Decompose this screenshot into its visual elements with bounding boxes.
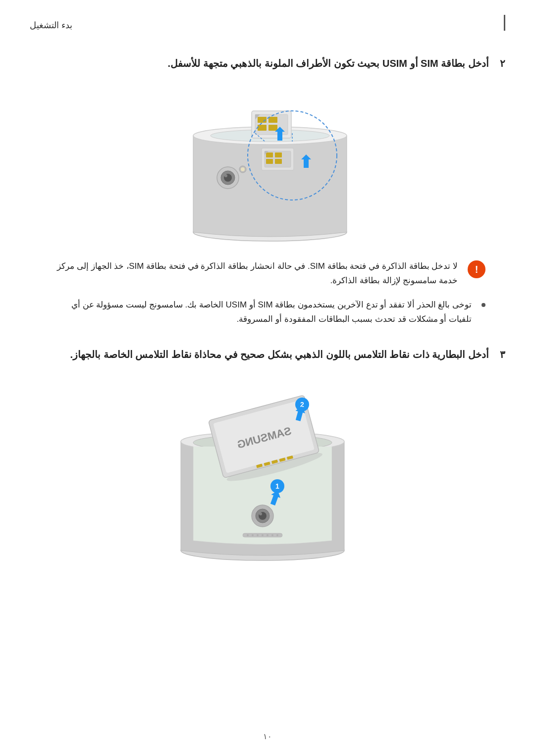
svg-rect-24 bbox=[275, 152, 282, 157]
battery-illustration-container: SAMSUNG 1 2 bbox=[30, 377, 505, 565]
notes-section: ! لا تدخل بطاقة الذاكرة في فتحة بطاقة SI… bbox=[30, 259, 505, 327]
svg-point-49 bbox=[276, 534, 278, 536]
bullet-dot bbox=[482, 303, 485, 307]
svg-point-41 bbox=[259, 512, 262, 515]
step-3-number: ٣ bbox=[500, 349, 505, 360]
step-2-title: ٢ أدخل بطاقة SIM أو USIM بحيث تكون الأطر… bbox=[30, 55, 505, 71]
step-3-section: ٣ أدخل البطارية ذات نقاط التلامس باللون … bbox=[30, 347, 505, 565]
caution-note-item: توخى بالغ الحذر ألا تفقد أو تدع الآخرين … bbox=[50, 298, 485, 327]
step-2-section: ٢ أدخل بطاقة SIM أو USIM بحيث تكون الأطر… bbox=[30, 55, 505, 327]
step-2-number: ٢ bbox=[500, 58, 505, 69]
svg-point-43 bbox=[247, 534, 249, 536]
page-container: بدء التشغيل ٢ أدخل بطاقة SIM أو USIM بحي… bbox=[0, 0, 535, 756]
svg-point-45 bbox=[257, 534, 259, 536]
svg-rect-15 bbox=[268, 125, 277, 131]
warning-note-text: لا تدخل بطاقة الذاكرة في فتحة بطاقة SIM.… bbox=[50, 259, 458, 288]
svg-point-47 bbox=[267, 534, 268, 536]
battery-diagram-svg: SAMSUNG 1 2 bbox=[149, 377, 386, 565]
caution-note-text: توخى بالغ الحذر ألا تفقد أو تدع الآخرين … bbox=[50, 298, 472, 327]
svg-point-48 bbox=[271, 534, 273, 536]
svg-rect-14 bbox=[258, 125, 267, 131]
svg-rect-26 bbox=[275, 159, 282, 164]
sim-illustration-container bbox=[30, 86, 505, 245]
svg-point-46 bbox=[262, 534, 264, 536]
header-title: بدء التشغيل bbox=[30, 20, 72, 31]
svg-point-8 bbox=[241, 167, 245, 171]
step-3-title: ٣ أدخل البطارية ذات نقاط التلامس باللون … bbox=[30, 347, 505, 362]
sim-diagram-svg bbox=[149, 86, 386, 245]
step-2-text: أدخل بطاقة SIM أو USIM بحيث تكون الأطراف… bbox=[168, 58, 489, 69]
step-3-text: أدخل البطارية ذات نقاط التلامس باللون ال… bbox=[70, 349, 488, 360]
svg-point-44 bbox=[252, 534, 254, 536]
svg-point-6 bbox=[224, 174, 227, 177]
page-header: بدء التشغيل bbox=[30, 15, 505, 31]
svg-rect-25 bbox=[266, 159, 273, 164]
svg-rect-23 bbox=[266, 152, 273, 157]
warning-note-item: ! لا تدخل بطاقة الذاكرة في فتحة بطاقة SI… bbox=[50, 259, 485, 288]
warning-icon: ! bbox=[468, 260, 485, 278]
svg-rect-13 bbox=[268, 117, 277, 123]
svg-text:1: 1 bbox=[275, 482, 279, 490]
page-number: ١٠ bbox=[263, 732, 272, 741]
